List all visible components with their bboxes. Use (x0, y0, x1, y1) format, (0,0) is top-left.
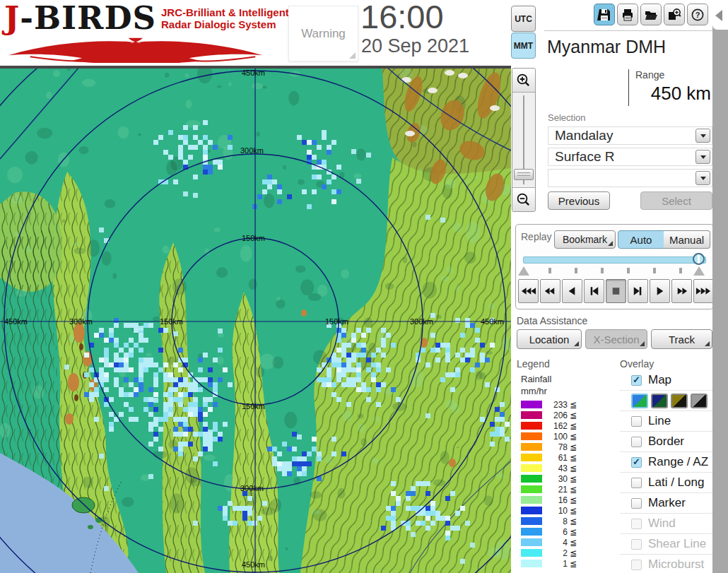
overlay-checkbox[interactable] (631, 437, 642, 447)
track-button[interactable]: Track (651, 329, 712, 349)
play-button[interactable] (650, 279, 670, 303)
print-button[interactable] (617, 4, 638, 25)
clock-time: 16:00 (360, 0, 444, 36)
map-style-button[interactable] (651, 394, 668, 408)
rewind-fast-button[interactable] (518, 279, 539, 303)
add-window-icon (667, 8, 681, 22)
overlay-item-label: Microburst (648, 557, 704, 572)
product-dropdown-arrow[interactable] (695, 150, 710, 164)
collapse-arrow-icon[interactable] (715, 10, 722, 21)
forward-button[interactable] (671, 279, 692, 303)
legend-color-swatch (521, 432, 542, 440)
overlay-checkbox[interactable] (631, 478, 642, 488)
site-dropdown[interactable]: Mandalay (548, 126, 712, 145)
overlay-checkbox[interactable] (631, 498, 642, 509)
rainfall-legend: 233≦206≦162≦100≦78≦61≦43≦30≦21≦16≦10≦8≦6… (521, 399, 577, 569)
step-forward-button[interactable] (628, 279, 648, 303)
legend-row: 10≦ (521, 505, 577, 516)
range-box: Range 450 km (548, 68, 712, 107)
logo-title-rest: -BIRDS (20, 0, 156, 37)
overlay-label: Overlay (620, 358, 654, 370)
stop-button[interactable] (606, 279, 626, 303)
overlay-row-border[interactable]: Border (620, 432, 712, 452)
add-window-button[interactable] (664, 4, 685, 25)
rewind-fast-icon (520, 285, 536, 297)
mmt-button[interactable]: MMT (511, 33, 536, 59)
legend-le-symbol: ≦ (570, 410, 577, 420)
warning-button[interactable]: Warning (288, 6, 358, 61)
range-ring-label: 300km (240, 484, 264, 492)
play-backward-button[interactable] (562, 279, 582, 303)
overlay-row-map[interactable]: Map (620, 370, 712, 391)
select-button[interactable]: Select (640, 191, 712, 210)
open-folder-button[interactable] (640, 4, 662, 25)
legend-value: 162 (544, 421, 568, 431)
product-dropdown-value: Surface R (555, 149, 614, 165)
radar-map[interactable]: 450km300km150km150km300km450km450km300km… (0, 66, 511, 573)
header-bar: J-BIRDS JRC-Brilliant & Intelligent Rada… (0, 0, 728, 66)
location-button[interactable]: Location (517, 329, 582, 349)
range-ring-label: 300km (240, 146, 264, 155)
xsection-button[interactable]: X-Section (585, 329, 647, 349)
zoom-slider-handle[interactable] (514, 169, 534, 180)
map-style-button[interactable] (631, 394, 648, 408)
legend-color-swatch (521, 422, 542, 430)
time-slider-track[interactable] (523, 256, 706, 264)
previous-button[interactable]: Previous (548, 191, 610, 210)
time-slider-handle[interactable] (693, 253, 705, 265)
legend-le-symbol: ≦ (570, 538, 577, 548)
slider-end-marker[interactable] (693, 266, 705, 276)
jbirds-window: J-BIRDS JRC-Brilliant & Intelligent Rada… (0, 0, 728, 573)
legend-value: 61 (544, 453, 568, 463)
step-backward-button[interactable] (584, 279, 604, 303)
utc-button[interactable]: UTC (511, 6, 536, 32)
range-label: Range (635, 69, 664, 81)
panel-divider (544, 30, 712, 31)
overlay-checkbox[interactable] (631, 457, 642, 468)
slider-start-marker[interactable] (518, 266, 529, 276)
help-button[interactable]: ? (687, 4, 708, 25)
zoom-in-button[interactable] (512, 69, 535, 93)
zoom-out-button[interactable] (512, 187, 535, 211)
save-button[interactable] (594, 4, 615, 25)
legend-row: 78≦ (521, 442, 577, 452)
option-dropdown-arrow[interactable] (695, 171, 710, 185)
overlay-row-marker[interactable]: Marker (620, 493, 712, 514)
site-dropdown-arrow[interactable] (695, 129, 710, 143)
bookmark-button[interactable]: Bookmark (554, 230, 616, 249)
legend-row: 206≦ (521, 410, 577, 420)
jbirds-logo: J-BIRDS JRC-Brilliant & Intelligent Rada… (4, 1, 286, 65)
product-dropdown[interactable]: Surface R (548, 148, 712, 166)
legend-le-symbol: ≦ (570, 400, 577, 410)
map-style-button[interactable] (691, 394, 708, 408)
replay-label: Replay (521, 231, 552, 242)
manual-button[interactable]: Manual (664, 230, 710, 249)
playback-controls (518, 279, 714, 303)
overlay-checkbox[interactable] (631, 416, 642, 427)
option-dropdown[interactable] (548, 169, 712, 187)
overlay-checkbox[interactable] (631, 375, 642, 386)
clock-date: 20 Sep 2021 (361, 35, 469, 57)
save-icon (597, 8, 611, 22)
legend-le-symbol: ≦ (570, 506, 577, 516)
legend-row: 30≦ (521, 473, 577, 484)
legend-title-line2: mm/hr (521, 386, 547, 396)
eagle-icon (6, 36, 280, 63)
slider-tick (653, 268, 656, 273)
legend-row: 2≦ (521, 548, 577, 558)
overlay-row-line[interactable]: Line (620, 411, 712, 432)
map-zoom-control (512, 68, 536, 212)
map-style-button[interactable] (671, 394, 688, 408)
legend-color-swatch (521, 443, 542, 451)
forward-fast-button[interactable] (693, 279, 714, 303)
overlay-row-range-az[interactable]: Range / AZ (620, 452, 712, 473)
rewind-button[interactable] (540, 279, 560, 303)
range-ring-label: 150km (325, 317, 348, 326)
range-ring-label: 300km (69, 317, 93, 326)
overlay-row-lati-long[interactable]: Lati / Long (620, 473, 712, 493)
legend-color-swatch (521, 485, 542, 493)
play-backward-icon (564, 285, 580, 297)
range-value: 450 km (651, 83, 711, 105)
forward-icon (674, 285, 690, 297)
auto-button[interactable]: Auto (618, 230, 664, 249)
